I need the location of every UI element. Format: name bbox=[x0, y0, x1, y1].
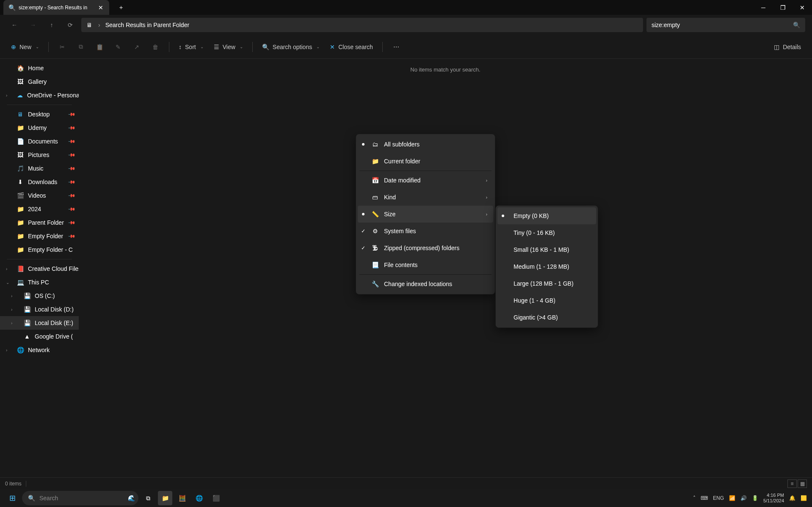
sidebar-item-2024[interactable]: 📁2024📌 bbox=[0, 202, 79, 216]
menu-item-size-tiny[interactable]: Tiny (0 - 16 KB) bbox=[497, 224, 596, 241]
new-button[interactable]: ⊕ New ⌄ bbox=[7, 39, 43, 55]
sidebar-item-downloads[interactable]: ⬇Downloads📌 bbox=[0, 175, 79, 189]
sidebar-item-network[interactable]: ›🌐Network bbox=[0, 343, 79, 357]
pin-icon[interactable]: 📌 bbox=[67, 205, 75, 213]
delete-button[interactable]: 🗑 bbox=[147, 39, 164, 55]
menu-item-zipped[interactable]: ✓🗜Zipped (compressed) folders bbox=[358, 240, 493, 256]
menu-item-size-gigantic[interactable]: Gigantic (>4 GB) bbox=[497, 309, 596, 326]
menu-item-system-files[interactable]: ✓⚙System files bbox=[358, 223, 493, 240]
details-button[interactable]: ◫ Details bbox=[770, 39, 805, 55]
calculator-taskbar-button[interactable]: 🧮 bbox=[175, 491, 189, 505]
address-bar[interactable]: 🖥 › Search Results in Parent Folder bbox=[81, 18, 643, 32]
chevron-right-icon[interactable]: › bbox=[11, 294, 12, 298]
sort-button[interactable]: ↕ Sort ⌄ bbox=[174, 39, 208, 55]
rename-button[interactable]: ✎ bbox=[110, 39, 127, 55]
chevron-right-icon[interactable]: › bbox=[11, 307, 12, 312]
start-button[interactable]: ⊞ bbox=[5, 491, 19, 505]
menu-item-size-huge[interactable]: Huge (1 - 4 GB) bbox=[497, 292, 596, 309]
menu-item-size-medium[interactable]: Medium (1 - 128 MB) bbox=[497, 258, 596, 275]
menu-item-kind[interactable]: 🗃Kind› bbox=[358, 189, 493, 206]
paste-button[interactable]: 📋 bbox=[91, 39, 108, 55]
chevron-down-icon[interactable]: ⌄ bbox=[6, 280, 9, 285]
sidebar-item-udemy[interactable]: 📁Udemy📌 bbox=[0, 121, 79, 135]
keyboard-icon[interactable]: ⌨ bbox=[701, 495, 708, 501]
volume-icon[interactable]: 🔊 bbox=[740, 495, 747, 501]
wifi-icon[interactable]: 📶 bbox=[729, 495, 735, 501]
pin-icon[interactable]: 📌 bbox=[67, 137, 75, 145]
minimize-button[interactable]: ─ bbox=[754, 0, 773, 15]
tray-chevron-icon[interactable]: ˄ bbox=[693, 495, 696, 501]
content-area[interactable]: No items match your search. 🗂All subfold… bbox=[79, 59, 812, 477]
forward-button[interactable]: → bbox=[25, 17, 41, 33]
task-view-button[interactable]: ⧉ bbox=[141, 491, 155, 505]
details-view-button[interactable]: ≡ bbox=[787, 479, 797, 488]
close-window-button[interactable]: ✕ bbox=[793, 0, 812, 15]
search-icon[interactable]: 🔍 bbox=[793, 22, 800, 28]
search-box[interactable]: 🔍 bbox=[646, 18, 805, 32]
icons-view-button[interactable]: ▦ bbox=[798, 479, 807, 488]
copy-button[interactable]: ⧉ bbox=[72, 39, 89, 55]
chevron-right-icon[interactable]: › bbox=[6, 93, 7, 98]
sidebar-item-documents[interactable]: 📄Documents📌 bbox=[0, 135, 79, 148]
pin-icon[interactable]: 📌 bbox=[67, 110, 75, 118]
sidebar-item-creative-cloud[interactable]: ›📕Creative Cloud Files bbox=[0, 262, 79, 276]
refresh-button[interactable]: ⟳ bbox=[63, 17, 78, 33]
sidebar-item-onedrive[interactable]: ›☁OneDrive - Personal bbox=[0, 88, 79, 102]
chevron-right-icon[interactable]: › bbox=[6, 348, 7, 353]
sidebar-item-parent-folder[interactable]: 📁Parent Folder📌 bbox=[0, 216, 79, 229]
sidebar-item-home[interactable]: 🏠Home bbox=[0, 61, 79, 75]
cut-button[interactable]: ✂ bbox=[54, 39, 71, 55]
chevron-right-icon[interactable]: › bbox=[11, 321, 12, 325]
sidebar-item-music[interactable]: 🎵Music📌 bbox=[0, 162, 79, 175]
terminal-taskbar-button[interactable]: ⬛ bbox=[209, 491, 223, 505]
sidebar-item-local-disk-e[interactable]: ›💾Local Disk (E:) bbox=[0, 316, 79, 330]
sidebar-item-pictures[interactable]: 🖼Pictures📌 bbox=[0, 148, 79, 162]
menu-item-size-small[interactable]: Small (16 KB - 1 MB) bbox=[497, 241, 596, 258]
sidebar-item-empty-folder[interactable]: 📁Empty Folder📌 bbox=[0, 229, 79, 243]
menu-item-size-empty[interactable]: Empty (0 KB) bbox=[497, 207, 596, 224]
sidebar-item-gallery[interactable]: 🖼Gallery bbox=[0, 75, 79, 88]
view-button[interactable]: ☰ View ⌄ bbox=[210, 39, 247, 55]
sidebar[interactable]: 🏠Home 🖼Gallery ›☁OneDrive - Personal 🖥De… bbox=[0, 59, 79, 477]
menu-item-size[interactable]: 📏Size› bbox=[358, 206, 493, 223]
search-input[interactable] bbox=[652, 22, 793, 28]
up-button[interactable]: ↑ bbox=[44, 17, 59, 33]
language-indicator[interactable]: ENG bbox=[713, 495, 724, 501]
pin-icon[interactable]: 📌 bbox=[67, 191, 75, 199]
sidebar-item-local-disk-d[interactable]: ›💾Local Disk (D:) bbox=[0, 303, 79, 316]
menu-item-size-large[interactable]: Large (128 MB - 1 GB) bbox=[497, 275, 596, 292]
clock[interactable]: 4:16 PM 5/11/2024 bbox=[763, 493, 784, 504]
battery-icon[interactable]: 🔋 bbox=[752, 495, 758, 501]
sidebar-item-empty-folder-c[interactable]: 📁Empty Folder - C bbox=[0, 243, 79, 256]
back-button[interactable]: ← bbox=[7, 17, 22, 33]
pin-icon[interactable]: 📌 bbox=[67, 232, 75, 240]
pin-icon[interactable]: 📌 bbox=[67, 151, 75, 159]
sidebar-item-this-pc[interactable]: ⌄💻This PC bbox=[0, 276, 79, 289]
sidebar-item-desktop[interactable]: 🖥Desktop📌 bbox=[0, 107, 79, 121]
sidebar-item-google-drive[interactable]: ▲Google Drive ( bbox=[0, 330, 79, 343]
menu-item-file-contents[interactable]: 📃File contents bbox=[358, 256, 493, 273]
sidebar-item-videos[interactable]: 🎬Videos📌 bbox=[0, 189, 79, 202]
maximize-button[interactable]: ❐ bbox=[773, 0, 793, 15]
chrome-taskbar-button[interactable]: 🌐 bbox=[192, 491, 206, 505]
new-tab-button[interactable]: ＋ bbox=[114, 1, 128, 14]
notification-icon[interactable]: 🔔 bbox=[789, 495, 795, 501]
taskbar-search[interactable]: 🔍 Search 🌊 bbox=[22, 491, 138, 505]
close-search-button[interactable]: ✕ Close search bbox=[326, 39, 377, 55]
search-options-button[interactable]: 🔍 Search options ⌄ bbox=[258, 39, 324, 55]
pin-icon[interactable]: 📌 bbox=[67, 124, 75, 132]
more-button[interactable]: ⋯ bbox=[388, 39, 405, 55]
tray-app-icon[interactable]: 🟨 bbox=[801, 495, 807, 501]
window-tab[interactable]: 🔍 size:empty - Search Results in ✕ bbox=[3, 0, 109, 15]
pin-icon[interactable]: 📌 bbox=[67, 178, 75, 186]
pin-icon[interactable]: 📌 bbox=[67, 218, 75, 226]
sidebar-item-os-c[interactable]: ›💾OS (C:) bbox=[0, 289, 79, 303]
pin-icon[interactable]: 📌 bbox=[67, 164, 75, 172]
explorer-taskbar-button[interactable]: 📁 bbox=[158, 491, 172, 505]
menu-item-current-folder[interactable]: 📁Current folder bbox=[358, 153, 493, 170]
menu-item-change-indexed[interactable]: 🔧Change indexed locations bbox=[358, 276, 493, 292]
chevron-right-icon[interactable]: › bbox=[6, 267, 7, 271]
close-tab-button[interactable]: ✕ bbox=[97, 4, 104, 11]
menu-item-date-modified[interactable]: 📅Date modified› bbox=[358, 172, 493, 189]
menu-item-all-subfolders[interactable]: 🗂All subfolders bbox=[358, 136, 493, 153]
